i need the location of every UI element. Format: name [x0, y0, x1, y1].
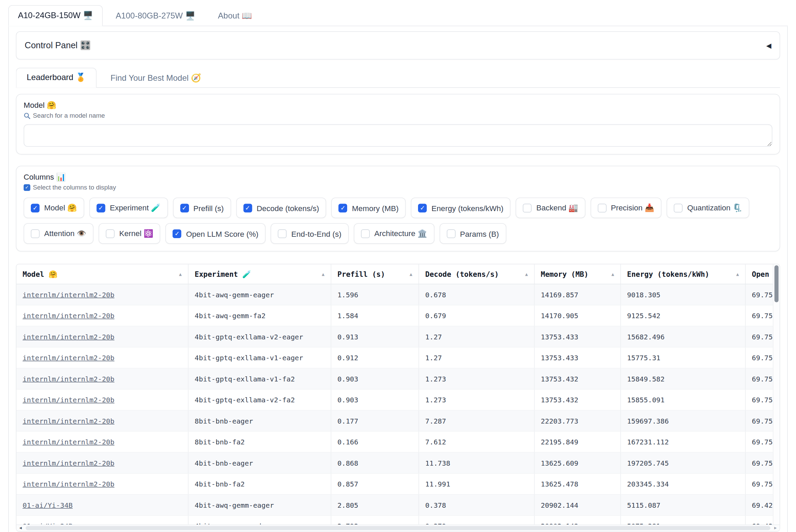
column-header-open-llm-score[interactable]: Open LLM Score (%)▲: [745, 264, 773, 284]
vertical-scrollbar-thumb[interactable]: [774, 265, 779, 302]
sort-asc-icon[interactable]: ▲: [611, 272, 614, 277]
checkbox-unchecked-icon[interactable]: [106, 229, 115, 238]
model-cell: internlm/internlm2-20b: [16, 305, 188, 326]
model-cell: internlm/internlm2-20b: [16, 452, 188, 473]
cell: 0.868: [331, 452, 419, 473]
tab-about[interactable]: About 📖: [208, 5, 262, 26]
column-option-attention[interactable]: Attention 👁️: [24, 223, 93, 244]
control-panel-title: Control Panel 🎛️: [25, 40, 91, 51]
cell: 5075.381: [621, 516, 746, 525]
vertical-scrollbar[interactable]: [773, 264, 780, 525]
column-option-label: Architecture 🏛️: [374, 229, 427, 238]
sort-asc-icon[interactable]: ▲: [409, 272, 412, 277]
column-option-label: Attention 👁️: [44, 229, 86, 238]
checkbox-unchecked-icon[interactable]: [447, 229, 456, 238]
column-header-experiment[interactable]: Experiment 🧪▲: [188, 264, 331, 284]
checkbox-checked-icon[interactable]: ✓: [97, 204, 105, 212]
column-header-prefill-s[interactable]: Prefill (s)▲: [331, 264, 419, 284]
cell: 69.75*: [745, 410, 773, 431]
horizontal-scrollbar[interactable]: ◄ ►: [16, 524, 780, 531]
cell: 4bit-gptq-exllama-v1-fa2: [188, 368, 331, 389]
horizontal-scrollbar-thumb[interactable]: [26, 526, 770, 530]
cell: 4bit-awq-gemm-eager: [188, 284, 331, 305]
sort-asc-icon[interactable]: ▲: [736, 272, 739, 277]
model-search-label: Model 🤗: [24, 101, 772, 110]
column-option-quantization[interactable]: Quantization 🗜️: [667, 198, 749, 218]
accordion-collapse-icon[interactable]: ◀: [766, 42, 771, 50]
checkbox-unchecked-icon[interactable]: [523, 204, 532, 212]
checkbox-unchecked-icon[interactable]: [31, 229, 40, 238]
cell: 4bit-gptq-exllama-v2-eager: [188, 326, 331, 347]
columns-info: ✓ Select the columns to display: [24, 184, 772, 191]
cell: 22195.849: [534, 431, 621, 453]
column-header-model[interactable]: Model 🤗▲: [16, 264, 188, 284]
column-header-memory-mb[interactable]: Memory (MB)▲: [534, 264, 621, 284]
checkbox-unchecked-icon[interactable]: [361, 229, 370, 238]
checkbox-checked-icon[interactable]: ✓: [173, 229, 182, 238]
column-option-backend[interactable]: Backend 🏭: [516, 198, 585, 218]
column-option-energy-tokens-kwh[interactable]: ✓Energy (tokens/kWh): [411, 198, 510, 218]
device-tabbar: A10-24GB-150W 🖥️ A100-80GB-275W 🖥️ About…: [8, 5, 788, 26]
leaderboard-table: Model 🤗▲Experiment 🧪▲Prefill (s)▲Decode …: [16, 264, 780, 532]
tab-leaderboard[interactable]: Leaderboard 🏅: [16, 68, 97, 88]
model-link[interactable]: internlm/internlm2-20b: [23, 333, 114, 341]
control-panel-accordion[interactable]: Control Panel 🎛️ ◀: [16, 31, 780, 60]
column-header-energy-tokens-kwh[interactable]: Energy (tokens/kWh)▲: [621, 264, 746, 284]
model-link[interactable]: internlm/internlm2-20b: [23, 417, 114, 425]
model-search-input[interactable]: [24, 124, 772, 147]
column-option-memory-mb[interactable]: ✓Memory (MB): [331, 198, 406, 218]
sort-asc-icon[interactable]: ▲: [179, 272, 182, 277]
scroll-right-icon[interactable]: ►: [771, 526, 780, 530]
scroll-left-icon[interactable]: ◄: [16, 526, 25, 530]
table-viewport: Model 🤗▲Experiment 🧪▲Prefill (s)▲Decode …: [16, 264, 773, 525]
model-link[interactable]: internlm/internlm2-20b: [23, 459, 114, 467]
cell: 13753.432: [534, 389, 621, 411]
model-link[interactable]: 01-ai/Yi-34B: [23, 501, 73, 509]
columns-group: Columns 📊 ✓ Select the columns to displa…: [16, 166, 780, 252]
model-link[interactable]: internlm/internlm2-20b: [23, 438, 114, 446]
model-link[interactable]: internlm/internlm2-20b: [23, 312, 114, 320]
column-option-decode-tokens-s[interactable]: ✓Decode (tokens/s): [236, 198, 327, 218]
columns-label: Columns 📊: [24, 172, 772, 182]
model-link[interactable]: internlm/internlm2-20b: [23, 396, 114, 404]
checkbox-unchecked-icon[interactable]: [278, 229, 287, 238]
sort-asc-icon[interactable]: ▲: [525, 272, 528, 277]
column-option-model[interactable]: ✓Model 🤗: [24, 198, 84, 218]
column-option-label: Quantization 🗜️: [687, 203, 742, 212]
checkbox-checked-icon[interactable]: ✓: [31, 204, 40, 212]
checkbox-unchecked-icon[interactable]: [674, 204, 683, 212]
column-option-architecture[interactable]: Architecture 🏛️: [354, 223, 434, 244]
checkbox-checked-icon[interactable]: ✓: [180, 204, 189, 212]
column-option-precision[interactable]: Precision 📥: [590, 198, 661, 218]
column-option-params-b[interactable]: Params (B): [440, 223, 506, 244]
cell: 69.75*: [745, 305, 773, 326]
column-option-end-to-end-s[interactable]: End-to-End (s): [271, 223, 349, 244]
model-link[interactable]: internlm/internlm2-20b: [23, 480, 114, 488]
checkbox-checked-icon[interactable]: ✓: [418, 204, 427, 212]
cell: 1.27: [419, 326, 534, 347]
cell: 0.913: [331, 326, 419, 347]
checkbox-checked-icon[interactable]: ✓: [339, 204, 348, 212]
column-option-open-llm-score[interactable]: ✓Open LLM Score (%): [166, 223, 266, 244]
table-row: internlm/internlm2-20b4bit-awq-gemm-fa21…: [16, 305, 773, 326]
checkbox-checked-icon[interactable]: ✓: [243, 204, 252, 212]
column-option-prefill-s[interactable]: ✓Prefill (s): [173, 198, 231, 218]
sort-asc-icon[interactable]: ▲: [322, 272, 325, 277]
column-option-label: Memory (MB): [352, 204, 399, 212]
model-cell: internlm/internlm2-20b: [16, 284, 188, 305]
column-option-label: Precision 📥: [611, 203, 654, 212]
column-option-experiment[interactable]: ✓Experiment 🧪: [89, 198, 168, 218]
column-option-label: Experiment 🧪: [110, 203, 161, 212]
tab-find-your-best-model[interactable]: Find Your Best Model 🧭: [100, 68, 212, 88]
cell: 22203.773: [534, 410, 621, 431]
checkbox-unchecked-icon[interactable]: [597, 204, 606, 212]
model-link[interactable]: internlm/internlm2-20b: [23, 354, 114, 362]
cell: 69.75*: [745, 473, 773, 495]
tab-a100-80gb-275w[interactable]: A100-80GB-275W 🖥️: [106, 5, 205, 26]
model-cell: internlm/internlm2-20b: [16, 389, 188, 411]
tab-a10-24gb-150w[interactable]: A10-24GB-150W 🖥️: [8, 5, 103, 26]
model-link[interactable]: internlm/internlm2-20b: [23, 375, 114, 383]
model-link[interactable]: internlm/internlm2-20b: [23, 290, 114, 299]
column-header-decode-tokens-s[interactable]: Decode (tokens/s)▲: [419, 264, 534, 284]
column-option-kernel[interactable]: Kernel ⚛️: [99, 223, 160, 244]
